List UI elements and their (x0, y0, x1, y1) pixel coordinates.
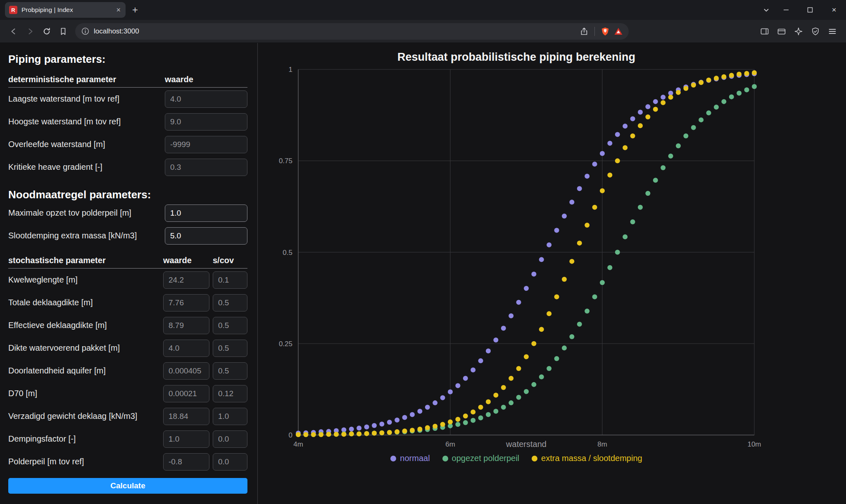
tab-search-chevron-icon[interactable] (763, 6, 770, 14)
data-point (402, 428, 407, 433)
data-point (463, 420, 468, 425)
dempingsfactor-value-input[interactable] (163, 430, 209, 448)
data-point (402, 415, 407, 420)
data-point (387, 420, 392, 425)
param-row: Slootdemping extra massa [kN/m3] (8, 224, 247, 247)
data-point (699, 117, 703, 122)
param-row: Kwelweglengte [m] (8, 269, 247, 291)
overleefde-waterstand-m-input[interactable] (165, 136, 247, 153)
d70-m-scov-input[interactable] (213, 385, 247, 402)
sidebar-toggle-icon[interactable] (757, 24, 772, 39)
hoogste-waterstand-m-tov-ref-input[interactable] (165, 113, 247, 131)
forward-button[interactable] (22, 24, 38, 39)
laagste-waterstand-m-tov-ref-input[interactable] (165, 90, 247, 108)
url-text[interactable]: localhost:3000 (94, 27, 139, 36)
data-point (752, 84, 757, 89)
data-point (463, 376, 468, 381)
totale-deklaagdikte-m-scov-input[interactable] (213, 294, 247, 311)
legend-item-normaal[interactable]: normaal (390, 454, 430, 463)
leo-ai-sparkle-icon[interactable] (791, 24, 806, 39)
effectieve-deklaagdikte-m-scov-input[interactable] (213, 317, 247, 334)
bookmark-icon[interactable] (55, 24, 71, 39)
browser-tab[interactable]: R Probpiping | Index × (5, 2, 126, 18)
dikte-watervoerend-pakket-m-scov-input[interactable] (213, 340, 247, 357)
param-row: D70 [m] (8, 382, 247, 405)
site-info-icon[interactable] (81, 27, 90, 36)
back-button[interactable] (6, 24, 21, 39)
privacy-shield-icon[interactable] (808, 24, 823, 39)
det-header-param: deterministische parameter (8, 75, 165, 84)
wallet-icon[interactable] (774, 24, 789, 39)
calculate-button[interactable]: Calculate (8, 478, 247, 494)
kwelweglengte-m-value-input[interactable] (163, 271, 209, 289)
verzadigd-gewicht-deklaag-kn-m3-scov-input[interactable] (213, 408, 247, 425)
data-point (569, 259, 574, 264)
d70-m-value-input[interactable] (163, 385, 209, 402)
window-close-button[interactable]: × (822, 0, 846, 20)
data-point (661, 95, 665, 100)
dempingsfactor-scov-input[interactable] (213, 430, 247, 448)
piping-chart-canvas[interactable]: 00.250.50.7514m6m8m10mwaterstand (264, 64, 768, 452)
minimize-button[interactable] (774, 0, 798, 20)
doorlatendheid-aquifer-m-scov-input[interactable] (213, 362, 247, 380)
data-point (585, 174, 589, 178)
verzadigd-gewicht-deklaag-kn-m3-value-input[interactable] (163, 408, 209, 425)
brave-shields-icon[interactable] (601, 27, 610, 36)
emergency-rows: Maximale opzet tov polderpeil [m]Slootde… (8, 202, 247, 247)
data-point (668, 95, 673, 100)
data-point (531, 272, 536, 277)
data-point (410, 428, 415, 433)
tab-close-icon[interactable]: × (115, 6, 121, 14)
reload-button[interactable] (39, 24, 55, 39)
legend-item-opgezet-polderpeil[interactable]: opgezet polderpeil (442, 454, 519, 463)
data-point (645, 114, 650, 119)
data-point (486, 399, 491, 404)
data-point (562, 345, 567, 350)
kwelweglengte-m-scov-input[interactable] (213, 271, 247, 289)
totale-deklaagdikte-m-value-input[interactable] (163, 294, 209, 311)
maximize-button[interactable] (798, 0, 822, 20)
data-point (623, 145, 627, 150)
data-point (615, 158, 620, 163)
data-point (531, 382, 536, 387)
favicon-icon: R (9, 6, 17, 14)
noodmaatregel-title: Noodmaatregel parameters: (8, 188, 247, 202)
doorlatendheid-aquifer-m-value-input[interactable] (163, 362, 209, 380)
param-row: Effectieve deklaagdikte [m] (8, 314, 247, 337)
data-point (600, 280, 605, 285)
brave-rewards-icon[interactable] (614, 27, 623, 36)
data-point (630, 133, 635, 138)
data-point (455, 417, 460, 422)
data-point (471, 367, 475, 372)
address-bar[interactable]: localhost:3000 (75, 23, 629, 40)
y-tick-label: 0.25 (279, 340, 292, 348)
data-point (744, 71, 749, 76)
data-point (311, 432, 316, 437)
param-label: Dempingsfactor [-] (8, 434, 163, 444)
data-point (706, 110, 711, 115)
polderpeil-m-tov-ref-value-input[interactable] (163, 453, 209, 471)
param-label: Verzadigd gewicht deklaag [kN/m3] (8, 411, 163, 421)
x-axis-title: waterstand (506, 440, 547, 449)
share-icon[interactable] (580, 27, 589, 36)
slootdemping-extra-massa-kn-m3-input[interactable] (165, 227, 247, 245)
data-point (638, 123, 643, 128)
data-point (471, 409, 475, 414)
data-point (630, 219, 635, 224)
new-tab-button[interactable]: + (132, 5, 138, 15)
data-point (372, 423, 377, 428)
legend-item-extra-massa-slootdemping[interactable]: extra massa / slootdemping (532, 454, 642, 463)
kritieke-heave-gradient-input[interactable] (165, 159, 247, 176)
menu-hamburger-icon[interactable] (825, 24, 840, 39)
maximale-opzet-tov-polderpeil-m-input[interactable] (165, 204, 247, 222)
data-point (653, 178, 658, 183)
data-point (554, 228, 559, 233)
data-point (493, 338, 498, 342)
dikte-watervoerend-pakket-m-value-input[interactable] (163, 340, 209, 357)
effectieve-deklaagdikte-m-value-input[interactable] (163, 317, 209, 334)
data-point (509, 376, 513, 381)
data-point (683, 86, 688, 91)
data-point (623, 124, 627, 128)
polderpeil-m-tov-ref-scov-input[interactable] (213, 453, 247, 471)
data-point (615, 132, 620, 137)
